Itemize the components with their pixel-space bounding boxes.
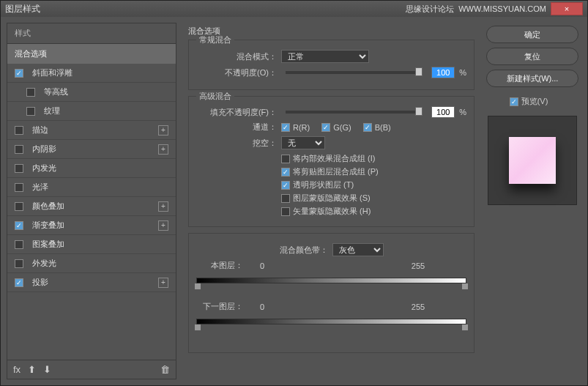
style-item[interactable]: 图案叠加 xyxy=(7,235,176,254)
style-item[interactable]: 内阴影+ xyxy=(7,140,176,159)
style-checkbox[interactable] xyxy=(15,69,23,78)
blend-mode-label: 混合模式： xyxy=(196,51,277,62)
under-hi: 255 xyxy=(403,303,433,311)
add-effect-icon[interactable]: + xyxy=(158,201,168,212)
style-checkbox[interactable] xyxy=(15,259,23,268)
style-item[interactable]: 等高线 xyxy=(7,83,176,102)
knockout-select[interactable]: 无 xyxy=(281,136,325,149)
style-list: 斜面和浮雕等高线纹理描边+内阴影+内发光光泽颜色叠加+渐变叠加+图案叠加外发光投… xyxy=(7,64,176,360)
blend-mode-select[interactable]: 正常 xyxy=(281,50,369,63)
channel-r[interactable]: R(R) xyxy=(281,123,310,132)
watermark: 思缘设计论坛 WWW.MISSYUAN.COM × xyxy=(406,2,583,15)
site-name: 思缘设计论坛 xyxy=(406,4,454,15)
blend-if-select[interactable]: 灰色 xyxy=(332,243,384,256)
general-blending-group: 常规混合 混合模式： 正常 不透明度(O)： % xyxy=(188,40,475,90)
style-label: 纹理 xyxy=(40,105,168,116)
fill-opacity-input[interactable] xyxy=(431,106,455,118)
style-label: 渐变叠加 xyxy=(28,220,154,231)
opacity-input[interactable] xyxy=(431,67,455,78)
this-layer-slider[interactable] xyxy=(196,275,466,295)
under-layer-label: 下一图层： xyxy=(196,301,243,312)
style-label: 斜面和浮雕 xyxy=(28,67,168,78)
channel-g[interactable]: G(G) xyxy=(321,123,351,132)
arrow-up-icon[interactable]: ⬆ xyxy=(28,364,36,375)
style-checkbox[interactable] xyxy=(26,88,35,97)
styles-footer: fx ⬆ ⬇ 🗑 xyxy=(7,360,176,379)
general-legend: 常规混合 xyxy=(196,34,234,45)
style-label: 等高线 xyxy=(40,86,168,97)
style-label: 光泽 xyxy=(28,182,168,193)
window-title: 图层样式 xyxy=(5,3,40,15)
styles-panel: 样式 混合选项 斜面和浮雕等高线纹理描边+内阴影+内发光光泽颜色叠加+渐变叠加+… xyxy=(7,23,176,379)
this-lo: 0 xyxy=(248,261,277,270)
style-checkbox[interactable] xyxy=(15,221,23,230)
style-item[interactable]: 描边+ xyxy=(7,121,176,140)
advanced-blending-group: 高级混合 填充不透明度(F)： % 通道： R(R) G(G) B(B) 挖空：… xyxy=(188,96,475,227)
titlebar: 图层样式 思缘设计论坛 WWW.MISSYUAN.COM × xyxy=(1,1,587,17)
style-item[interactable]: 斜面和浮雕 xyxy=(7,64,176,83)
style-label: 内阴影 xyxy=(28,144,154,155)
add-effect-icon[interactable]: + xyxy=(158,220,168,231)
style-label: 描边 xyxy=(28,125,154,136)
action-panel: 确定 复位 新建样式(W)... 预览(V) xyxy=(486,23,581,379)
blend-if-group: 混合颜色带： 灰色 本图层： 0 255 下一图层： 0 255 xyxy=(188,233,475,353)
fx-icon[interactable]: fx xyxy=(13,364,21,375)
fill-opacity-slider[interactable] xyxy=(286,111,423,114)
opacity-label: 不透明度(O)： xyxy=(196,67,277,78)
options-panel: 混合选项 常规混合 混合模式： 正常 不透明度(O)： % 高级混合 填充不透明… xyxy=(182,23,480,379)
arrow-down-icon[interactable]: ⬇ xyxy=(43,364,51,375)
under-lo: 0 xyxy=(248,303,277,311)
channels-label: 通道： xyxy=(196,122,277,133)
style-item[interactable]: 投影+ xyxy=(7,273,176,292)
blend-if-label: 混合颜色带： xyxy=(280,245,328,256)
add-effect-icon[interactable]: + xyxy=(158,278,168,288)
trash-icon[interactable]: 🗑 xyxy=(160,364,170,375)
preview-checkbox[interactable]: 预览(V) xyxy=(510,96,548,107)
adv-option[interactable]: 将内部效果混合成组 (I) xyxy=(281,153,375,164)
style-checkbox[interactable] xyxy=(15,240,23,249)
style-label: 外发光 xyxy=(28,258,168,269)
style-checkbox[interactable] xyxy=(15,126,23,135)
style-item[interactable]: 纹理 xyxy=(7,102,176,121)
style-label: 图案叠加 xyxy=(28,239,168,250)
this-layer-label: 本图层： xyxy=(196,260,243,271)
style-checkbox[interactable] xyxy=(26,107,35,116)
add-effect-icon[interactable]: + xyxy=(158,125,168,136)
site-url: WWW.MISSYUAN.COM xyxy=(458,4,546,13)
ok-button[interactable]: 确定 xyxy=(486,26,578,43)
fill-opacity-label: 填充不透明度(F)： xyxy=(196,107,277,118)
opacity-slider[interactable] xyxy=(286,71,423,74)
style-checkbox[interactable] xyxy=(15,278,23,287)
fill-pct: % xyxy=(459,108,466,116)
preview-swatch xyxy=(509,137,556,184)
style-checkbox[interactable] xyxy=(15,164,23,173)
style-item[interactable]: 渐变叠加+ xyxy=(7,216,176,235)
adv-option[interactable]: 透明形状图层 (T) xyxy=(281,179,354,190)
opacity-pct: % xyxy=(459,68,466,77)
style-item[interactable]: 光泽 xyxy=(7,178,176,197)
style-label: 投影 xyxy=(28,277,154,288)
style-checkbox[interactable] xyxy=(15,202,23,211)
channel-b[interactable]: B(B) xyxy=(363,123,391,132)
style-item[interactable]: 外发光 xyxy=(7,254,176,273)
style-label: 内发光 xyxy=(28,163,168,174)
reset-button[interactable]: 复位 xyxy=(486,48,578,65)
adv-option[interactable]: 图层蒙版隐藏效果 (S) xyxy=(281,193,371,204)
new-style-button[interactable]: 新建样式(W)... xyxy=(486,70,578,87)
style-item[interactable]: 颜色叠加+ xyxy=(7,197,176,216)
style-checkbox[interactable] xyxy=(15,183,23,192)
style-item[interactable]: 内发光 xyxy=(7,159,176,178)
preview-box xyxy=(488,116,577,205)
styles-header: 样式 xyxy=(7,23,176,44)
advanced-legend: 高级混合 xyxy=(196,91,234,102)
add-effect-icon[interactable]: + xyxy=(158,144,168,155)
layer-style-dialog: 图层样式 思缘设计论坛 WWW.MISSYUAN.COM × 样式 混合选项 斜… xyxy=(0,0,588,386)
knockout-label: 挖空： xyxy=(196,138,277,149)
adv-option[interactable]: 矢量蒙版隐藏效果 (H) xyxy=(281,206,371,217)
under-layer-slider[interactable] xyxy=(196,316,466,336)
style-label: 颜色叠加 xyxy=(28,201,154,212)
style-checkbox[interactable] xyxy=(15,145,23,154)
adv-option[interactable]: 将剪贴图层混合成组 (P) xyxy=(281,166,379,177)
blending-options-item[interactable]: 混合选项 xyxy=(7,44,176,64)
close-button[interactable]: × xyxy=(551,2,583,15)
